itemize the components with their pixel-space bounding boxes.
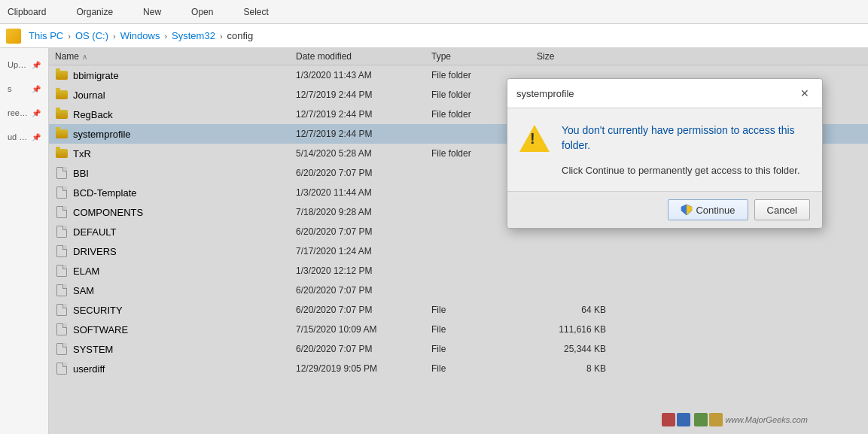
sidebar-pin-update: 📌 xyxy=(32,61,41,69)
toolbar-open: Open xyxy=(191,7,213,17)
toolbar-organize: Organize xyxy=(76,7,113,17)
dialog-footer: Continue Cancel xyxy=(507,191,822,228)
sidebar-label-screenshots: reenshots xyxy=(8,108,29,117)
sidebar-item-s[interactable]: s 📌 xyxy=(0,80,48,98)
breadcrumb-system32[interactable]: System32 xyxy=(169,29,218,43)
warning-triangle xyxy=(519,125,550,152)
dialog-body-text: Click Continue to permanently get access… xyxy=(562,163,810,178)
warning-icon xyxy=(519,123,550,153)
toolbar: Clipboard Organize New Open Select xyxy=(0,0,868,24)
sidebar-label-cloud-files: ud Files xyxy=(8,132,29,141)
dialog-title: systemprofile xyxy=(516,88,574,99)
breadcrumb-sep-4: › xyxy=(220,32,223,41)
dialog-overlay: systemprofile ✕ You don't currently have… xyxy=(49,48,868,434)
sidebar-item-cloud-files[interactable]: ud Files 📌 xyxy=(0,128,48,146)
sidebar-label-update: Update xyxy=(8,60,29,69)
sidebar-item-screenshots[interactable]: reenshots 📌 xyxy=(0,104,48,122)
continue-label: Continue xyxy=(696,205,735,216)
breadcrumb: This PC › OS (C:) › Windows › System32 ›… xyxy=(0,24,868,48)
toolbar-select: Select xyxy=(243,7,268,17)
breadcrumb-windows[interactable]: Windows xyxy=(117,29,163,43)
breadcrumb-sep-1: › xyxy=(68,32,71,41)
sidebar-pin-cloud-files: 📌 xyxy=(32,133,41,141)
toolbar-new: New xyxy=(143,7,161,17)
continue-button[interactable]: Continue xyxy=(668,199,748,220)
cancel-button[interactable]: Cancel xyxy=(754,199,810,220)
breadcrumb-this-pc[interactable]: This PC xyxy=(26,29,66,43)
main-layout: Update 📌 s 📌 reenshots 📌 ud Files 📌 Name… xyxy=(0,48,868,434)
dialog-message: You don't currently have permission to a… xyxy=(562,123,810,178)
breadcrumb-current: config xyxy=(224,29,257,43)
permission-dialog: systemprofile ✕ You don't currently have… xyxy=(507,78,823,229)
toolbar-clipboard: Clipboard xyxy=(8,7,46,17)
shield-uac-icon xyxy=(681,204,693,216)
folder-icon xyxy=(6,29,21,44)
file-area: Name ∧ Date modified Type Size bbimigrat… xyxy=(49,48,868,434)
breadcrumb-sep-3: › xyxy=(164,32,167,41)
sidebar-label-s: s xyxy=(8,84,12,93)
sidebar-pin-s: 📌 xyxy=(32,85,41,93)
breadcrumb-os-c[interactable]: OS (C:) xyxy=(72,29,111,43)
svg-marker-1 xyxy=(687,205,692,215)
dialog-titlebar: systemprofile ✕ xyxy=(507,79,822,108)
breadcrumb-sep-2: › xyxy=(113,32,116,41)
sidebar-pin-screenshots: 📌 xyxy=(32,109,41,117)
svg-marker-2 xyxy=(681,205,687,215)
dialog-close-button[interactable]: ✕ xyxy=(796,85,813,102)
sidebar: Update 📌 s 📌 reenshots 📌 ud Files 📌 xyxy=(0,48,49,434)
sidebar-item-update[interactable]: Update 📌 xyxy=(0,56,48,74)
dialog-heading: You don't currently have permission to a… xyxy=(562,123,810,153)
dialog-body: You don't currently have permission to a… xyxy=(507,108,822,191)
